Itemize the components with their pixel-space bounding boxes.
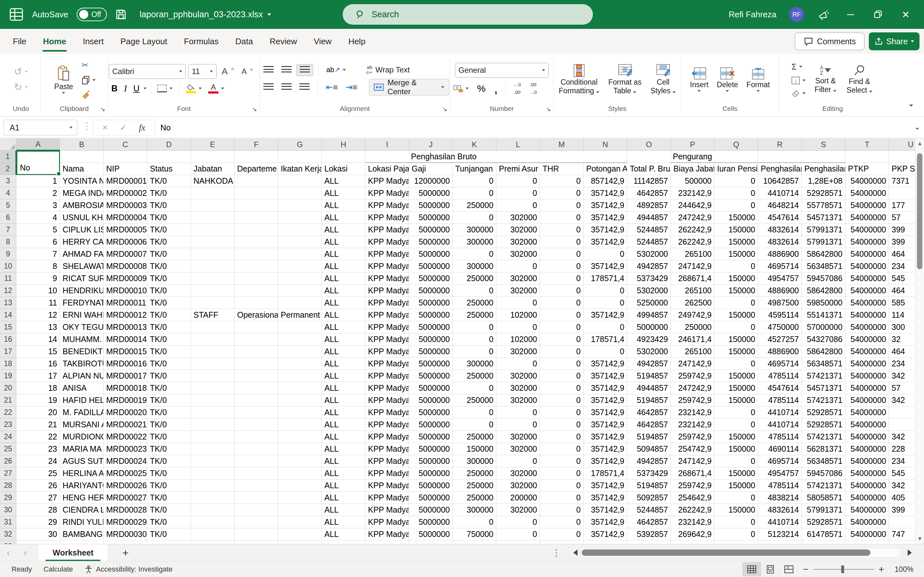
cell[interactable]: 0 <box>496 199 540 211</box>
cell[interactable] <box>409 540 453 544</box>
cell[interactable]: 0 <box>540 321 583 334</box>
cell[interactable]: MRD00009 <box>103 272 147 285</box>
cell[interactable]: TK/0 <box>147 516 191 528</box>
row-header-21[interactable]: 21 <box>0 394 16 406</box>
cell[interactable]: 54000000 <box>845 358 889 370</box>
cell[interactable]: 4785114 <box>758 431 802 443</box>
cell[interactable]: KPP Madya <box>365 394 409 406</box>
column-header-R[interactable]: R <box>758 139 802 151</box>
cell[interactable]: TK/0 <box>147 382 191 394</box>
cell[interactable]: ALL <box>322 260 365 272</box>
cell[interactable]: KPP Madya <box>365 321 409 334</box>
cell[interactable] <box>278 504 322 516</box>
cell[interactable]: 0 <box>583 285 627 297</box>
cell[interactable]: 52928571 <box>802 406 845 419</box>
cell[interactable]: 150000 <box>714 334 758 346</box>
cell[interactable] <box>191 285 234 297</box>
cell[interactable]: 545 <box>889 467 915 480</box>
cell[interactable]: 0 <box>496 455 540 467</box>
cell[interactable]: KPP Madya <box>365 370 409 382</box>
cell[interactable]: 464 <box>889 285 915 297</box>
wrap-text-button[interactable]: abc↵ Wrap Text <box>364 63 412 76</box>
cell[interactable]: 232142,9 <box>671 187 714 199</box>
cell[interactable]: 5000000 <box>409 492 453 504</box>
cell[interactable] <box>889 151 915 163</box>
cell[interactable]: 150000 <box>714 346 758 358</box>
comma-style-button[interactable]: , <box>491 84 501 93</box>
cell[interactable]: 0 <box>540 394 583 406</box>
cell[interactable]: 357142,9 <box>583 199 627 211</box>
cell[interactable]: 357142,9 <box>583 528 627 540</box>
cell[interactable]: 57991371 <box>802 224 845 236</box>
cell[interactable]: ALL <box>322 492 365 504</box>
cell[interactable]: ALL <box>322 455 365 467</box>
cell[interactable] <box>191 516 234 528</box>
cell[interactable]: 4942857 <box>627 455 671 467</box>
cell[interactable]: OKY TEGUH <box>60 321 103 334</box>
cell[interactable]: 302000 <box>496 248 540 260</box>
cell[interactable]: 54000000 <box>845 467 889 480</box>
row-header-17[interactable]: 17 <box>0 346 16 358</box>
sheet-tab-worksheet[interactable]: Worksheet <box>39 544 107 561</box>
user-name[interactable]: Refi Fahreza <box>729 10 776 19</box>
cell[interactable]: 234 <box>889 455 915 467</box>
cell[interactable]: 302000 <box>496 236 540 248</box>
cell[interactable]: 54000000 <box>845 248 889 260</box>
cell[interactable]: 0 <box>540 370 583 382</box>
cell[interactable]: 4690114 <box>758 443 802 455</box>
cell[interactable] <box>191 224 234 236</box>
cell[interactable]: 11142857 <box>627 175 671 187</box>
cell[interactable]: 357142,9 <box>583 370 627 382</box>
cell[interactable]: 5000000 <box>409 480 453 492</box>
cell[interactable]: 54000000 <box>845 492 889 504</box>
cell[interactable]: ALL <box>322 504 365 516</box>
cell[interactable]: 56348571 <box>802 455 845 467</box>
zoom-slider[interactable] <box>813 562 874 576</box>
cell[interactable]: 302000 <box>496 382 540 394</box>
cell[interactable]: 250000 <box>453 480 496 492</box>
cell[interactable] <box>147 540 191 544</box>
cell[interactable]: AMBROSIA <box>60 199 103 211</box>
cell[interactable]: 5000000 <box>409 406 453 419</box>
cell[interactable] <box>278 346 322 358</box>
cell[interactable]: 269642,9 <box>671 528 714 540</box>
format-cells-button[interactable]: Format <box>743 67 774 92</box>
tab-data[interactable]: Data <box>227 29 262 54</box>
column-header-T[interactable]: T <box>845 139 889 151</box>
cell[interactable]: 0 <box>540 382 583 394</box>
cell[interactable] <box>278 151 322 163</box>
cell[interactable]: 0 <box>496 175 540 187</box>
cell[interactable]: MRD00002 <box>103 187 147 199</box>
status-accessibility[interactable]: Accessibility: Investigate <box>84 565 172 574</box>
cell[interactable]: M. FADILLA <box>60 406 103 419</box>
cell[interactable]: HENG HERI <box>60 492 103 504</box>
cell[interactable]: 4695714 <box>758 260 802 272</box>
cell[interactable]: TK/0 <box>147 297 191 309</box>
cell[interactable] <box>234 199 278 211</box>
cell[interactable] <box>147 151 191 163</box>
cell[interactable] <box>278 431 322 443</box>
cell[interactable] <box>278 321 322 334</box>
cell[interactable]: 4648214 <box>758 199 802 211</box>
cell[interactable]: 4987500 <box>758 297 802 309</box>
cell[interactable]: 59457086 <box>802 272 845 285</box>
cell[interactable]: 747 <box>889 528 915 540</box>
cell[interactable]: TK/0 <box>147 175 191 187</box>
cell[interactable]: 25 <box>16 467 60 480</box>
cell[interactable]: 5123214 <box>758 528 802 540</box>
column-header-Q[interactable]: Q <box>714 139 758 151</box>
header-cell-R[interactable]: Penghasilan <box>758 163 802 175</box>
row-header-14[interactable]: 14 <box>0 309 16 321</box>
cell[interactable]: MRD00020 <box>103 406 147 419</box>
cell[interactable]: TAKBIROTU <box>60 358 103 370</box>
cell[interactable]: 545 <box>889 272 915 285</box>
cell[interactable] <box>496 540 540 544</box>
cell[interactable]: 5244857 <box>627 224 671 236</box>
cell[interactable]: 5000000 <box>409 297 453 309</box>
cell[interactable]: MRD00001 <box>103 175 147 187</box>
cell[interactable]: 4785114 <box>758 370 802 382</box>
group-header-cell[interactable]: Penghasilan Bruto <box>365 151 627 163</box>
cell[interactable]: 4923429 <box>627 334 671 346</box>
cell[interactable] <box>103 540 147 544</box>
cell[interactable]: 300000 <box>453 236 496 248</box>
